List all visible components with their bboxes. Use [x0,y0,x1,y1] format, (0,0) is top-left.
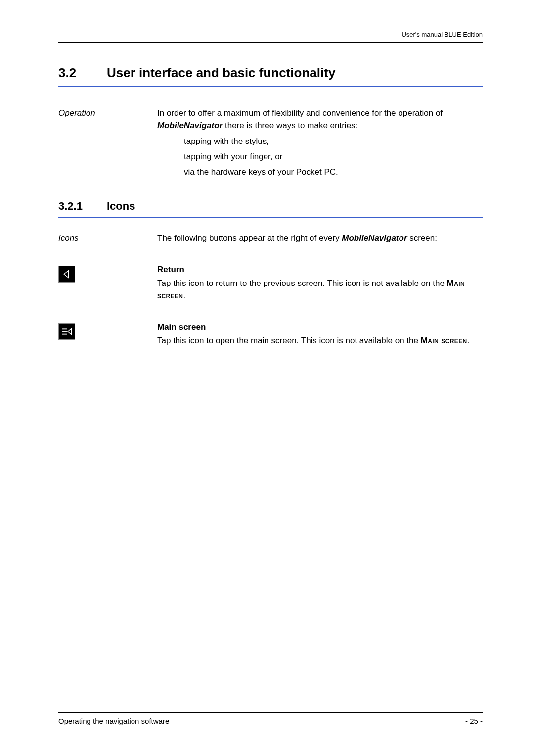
main-heading: Main screen [157,321,483,333]
footer-left: Operating the navigation software [58,717,169,725]
operation-list: tapping with the stylus, tapping with yo… [184,136,483,178]
icons-intro-a: The following buttons appear at the righ… [157,234,342,243]
subsection-number: 3.2.1 [58,200,107,213]
return-body: Return Tap this icon to return to the pr… [157,264,483,304]
operation-intro-c: there is three ways to make entries: [222,121,357,130]
subsection-title: Icons [107,200,135,212]
return-heading: Return [157,264,483,276]
main-body: Main screen Tap this icon to open the ma… [157,321,483,349]
footer-rule [58,712,483,713]
main-text: Tap this icon to open the main screen. T… [157,335,483,347]
svg-marker-0 [64,270,68,278]
operation-item-1: tapping with the stylus, [184,136,483,148]
main-icon-col [58,321,157,340]
main-screen-icon [58,323,75,340]
main-text-a: Tap this icon to open the main screen. T… [157,336,421,345]
section-heading: 3.2User interface and basic functionalit… [58,65,483,87]
operation-body: In order to offer a maximum of flexibili… [157,107,483,181]
operation-item-3: via the hardware keys of your Pocket PC. [184,166,483,179]
operation-intro-a: In order to offer a maximum of flexibili… [157,108,443,118]
operation-label: Operation [58,107,157,118]
return-back-icon [58,266,75,283]
subsection-heading: 3.2.1Icons [58,200,483,218]
icons-intro-b: MobileNavigator [342,234,407,243]
section-title: User interface and basic functionality [107,65,335,80]
icons-intro-c: screen: [407,234,437,243]
icons-intro-text: The following buttons appear at the righ… [157,233,483,245]
icons-intro-body: The following buttons appear at the righ… [157,233,483,247]
return-row: Return Tap this icon to return to the pr… [58,264,483,304]
return-icon-col [58,264,157,283]
header-rule [58,42,483,43]
svg-marker-4 [68,328,72,334]
section-number: 3.2 [58,65,107,81]
operation-item-2: tapping with your finger, or [184,151,483,163]
return-text-a: Tap this icon to return to the previous … [157,279,447,288]
return-text-c: . [183,291,185,300]
footer-right: - 25 - [465,717,483,725]
footer: Operating the navigation software - 25 - [58,712,483,725]
header-right-text: User's manual BLUE Edition [58,31,483,38]
operation-row: Operation In order to offer a maximum of… [58,107,483,181]
operation-intro: In order to offer a maximum of flexibili… [157,107,483,132]
return-text: Tap this icon to return to the previous … [157,278,483,302]
main-row: Main screen Tap this icon to open the ma… [58,321,483,349]
icons-intro-row: Icons The following buttons appear at th… [58,233,483,247]
page: User's manual BLUE Edition 3.2User inter… [0,0,534,349]
main-text-b: Main screen [421,336,467,345]
footer-row: Operating the navigation software - 25 - [58,717,483,725]
operation-intro-b: MobileNavigator [157,121,222,130]
main-text-c: . [467,336,470,345]
icons-intro-label: Icons [58,233,157,243]
